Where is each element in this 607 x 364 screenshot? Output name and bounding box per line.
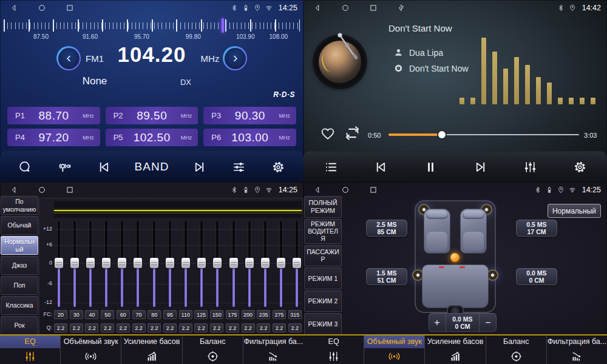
equalizer-button[interactable] — [521, 158, 539, 176]
dx-mode-label: DX — [174, 78, 198, 87]
listening-mode-4[interactable]: РЕЖИМ 1 — [304, 268, 342, 289]
listening-mode-list: ПОЛНЫЙ РЕЖИМРЕЖИМ ВОДИТЕЛЯПАССАЖИРРЕЖИМ … — [304, 195, 342, 335]
eq-preset-5[interactable]: Поп — [1, 276, 38, 295]
band-button[interactable]: BAND — [135, 158, 169, 176]
preset-button-p1[interactable]: P188.70MHz — [7, 107, 100, 124]
previous-track-button[interactable] — [371, 158, 390, 176]
back-icon[interactable] — [10, 186, 18, 194]
front-left-delay-value[interactable]: 2.5 MS 85 CM — [366, 220, 407, 237]
tab-bass-filter[interactable]: Фильтрация ба... — [546, 335, 607, 364]
eq-preset-4[interactable]: Джаз — [1, 256, 38, 275]
tab-balance[interactable]: Баланс — [182, 335, 243, 364]
listening-mode-5[interactable]: РЕЖИМ 2 — [304, 291, 342, 312]
artist-icon — [393, 47, 404, 58]
seek-knob[interactable] — [438, 131, 446, 138]
status-icons: 14:25 — [231, 4, 297, 12]
eq-preset-7[interactable]: Рок — [1, 316, 38, 335]
home-icon[interactable] — [38, 186, 46, 194]
seek-next-button[interactable] — [191, 158, 209, 176]
playlist-button[interactable] — [322, 158, 340, 176]
eq-gridline — [54, 263, 302, 264]
slider-track-upper — [200, 221, 203, 261]
announcement-button[interactable] — [55, 158, 73, 176]
next-track-button[interactable] — [471, 158, 489, 176]
eq-preset-3[interactable]: Нормальный — [1, 236, 38, 255]
preset-number: P6 — [211, 133, 221, 142]
preset-number: P1 — [15, 111, 25, 120]
listening-mode-2[interactable]: РЕЖИМ ВОДИТЕЛЯ — [304, 219, 342, 244]
home-icon[interactable] — [38, 4, 46, 12]
slider-track-lower — [137, 263, 139, 307]
q-value: 2.2 — [132, 323, 146, 332]
pause-button[interactable] — [421, 158, 439, 176]
back-icon[interactable] — [10, 4, 18, 12]
android-nav-buttons — [10, 186, 74, 194]
delay-increase-button[interactable]: + — [429, 313, 446, 332]
preset-button-p3[interactable]: P390.30MHz — [203, 107, 296, 124]
audio-settings-button[interactable] — [230, 158, 248, 176]
elapsed-time: 0:50 — [368, 132, 381, 139]
delay-decrease-button[interactable]: − — [480, 313, 497, 332]
listener-position-dot[interactable] — [450, 253, 459, 262]
spectrum-bar — [547, 83, 552, 104]
back-icon[interactable] — [313, 186, 322, 194]
tab-surround-sound[interactable]: Объёмный звук — [364, 335, 424, 364]
q-value: 2.2 — [273, 323, 286, 332]
home-icon[interactable] — [341, 186, 350, 194]
tab-bass-boost[interactable]: Усиление басов — [121, 335, 181, 364]
eq-gridline — [54, 245, 302, 246]
spectrum-bar — [525, 65, 530, 104]
eq-preset-6[interactable]: Классика — [1, 296, 38, 315]
slider-track-lower — [121, 263, 123, 307]
scale-minus6: -6 — [39, 280, 52, 286]
q-value: 2.2 — [148, 323, 161, 332]
tune-up-button[interactable] — [223, 46, 247, 70]
tab-bass-filter[interactable]: Фильтрация ба... — [243, 335, 304, 364]
tab-label: Баланс — [486, 335, 546, 348]
recents-icon[interactable] — [369, 186, 378, 194]
fc-value: 315 — [288, 310, 302, 319]
favorite-button[interactable] — [319, 125, 336, 142]
rear-right-delay-value[interactable]: 0.0 MS 0 CM — [516, 268, 557, 285]
recents-icon[interactable] — [66, 4, 74, 12]
battery-icon — [242, 186, 249, 194]
listening-mode-3[interactable]: ПАССАЖИР — [304, 245, 342, 267]
tuned-frequency-indicator — [222, 18, 224, 33]
repeat-button[interactable] — [344, 124, 361, 142]
preset-button-p4[interactable]: P497.20MHz — [7, 129, 100, 146]
tab-eq-sliders[interactable]: EQ — [304, 335, 364, 364]
preset-button-p5[interactable]: P5102.50MHz — [106, 129, 198, 146]
eq-preset-1[interactable]: По умолчанию — [1, 196, 38, 215]
seek-previous-button[interactable] — [95, 158, 113, 176]
tab-eq-sliders[interactable]: EQ — [0, 335, 60, 364]
sound-profile-button[interactable]: Нормальный — [548, 204, 601, 218]
fc-value: 125 — [194, 310, 208, 319]
settings-button[interactable] — [270, 158, 288, 176]
scan-button[interactable] — [16, 158, 34, 176]
home-icon[interactable] — [341, 4, 350, 12]
tab-bass-boost[interactable]: Усиление басов — [424, 335, 485, 364]
seek-bar[interactable] — [388, 130, 579, 140]
listening-mode-1[interactable]: ПОЛНЫЙ РЕЖИМ — [304, 196, 342, 218]
front-right-delay-value[interactable]: 0.5 MS 17 CM — [516, 220, 557, 237]
q-value: 2.2 — [85, 323, 98, 332]
tab-balance[interactable]: Баланс — [486, 335, 546, 364]
recents-icon[interactable] — [66, 186, 74, 194]
preset-unit: MHz — [181, 135, 192, 141]
rear-left-delay-value[interactable]: 1.5 MS 51 CM — [366, 268, 407, 285]
preset-button-p2[interactable]: P289.50MHz — [106, 107, 198, 124]
eq-preset-2[interactable]: Обычай — [1, 216, 38, 235]
preset-button-p6[interactable]: P6103.00MHz — [203, 129, 296, 146]
tune-down-button[interactable] — [56, 46, 81, 70]
fc-value: 235 — [257, 310, 270, 319]
settings-button[interactable] — [571, 158, 589, 176]
listening-mode-6[interactable]: РЕЖИМ 3 — [304, 313, 342, 335]
frequency-ruler[interactable]: 87.5091.6095.7099.80103.90108.00 — [4, 17, 300, 41]
slider-track-lower — [232, 263, 235, 307]
tab-surround-sound[interactable]: Объёмный звук — [60, 335, 121, 364]
preset-number: P2 — [114, 111, 123, 120]
back-icon[interactable] — [313, 4, 322, 12]
surround-sound-icon — [61, 348, 121, 364]
delay-adjust-value: 0.0 MS 0 CM — [446, 313, 480, 332]
recents-icon[interactable] — [369, 4, 378, 12]
